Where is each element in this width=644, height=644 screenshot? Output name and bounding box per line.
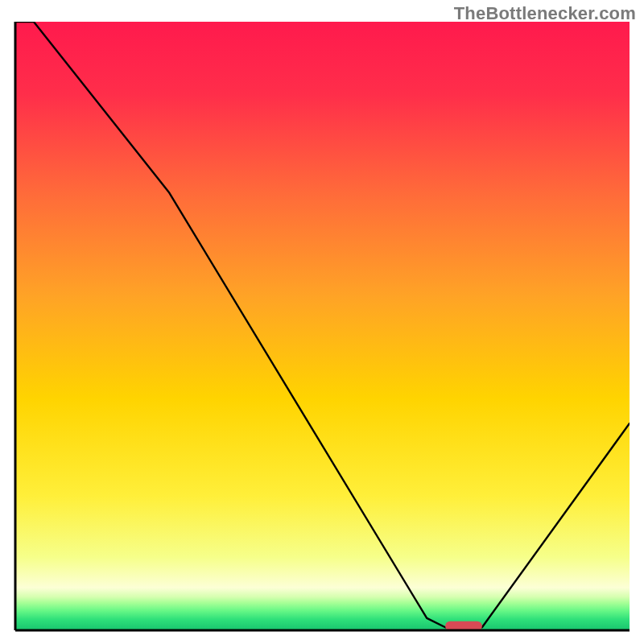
- attribution-text: TheBottlenecker.com: [454, 3, 636, 24]
- gradient-background: [15, 22, 630, 630]
- chart-frame: TheBottlenecker.com: [0, 0, 644, 644]
- bottleneck-chart: [0, 0, 644, 644]
